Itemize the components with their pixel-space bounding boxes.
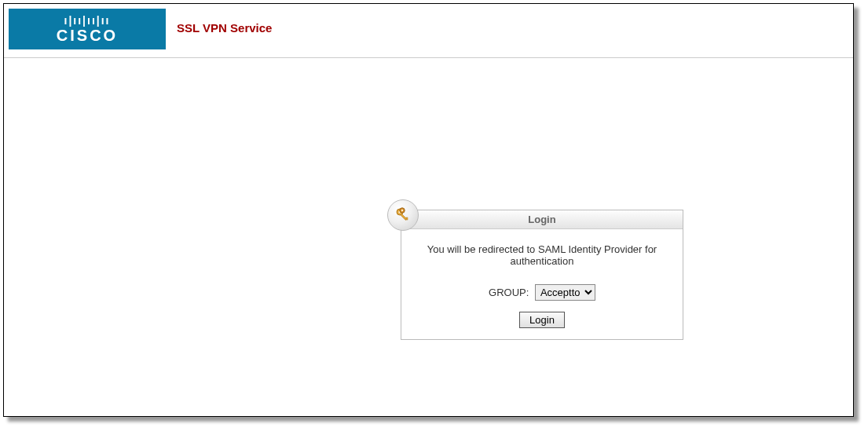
- header: ı|ıı|ıı|ıı CISCO SSL VPN Service: [4, 4, 853, 51]
- redirect-message-line2: authentication: [511, 255, 574, 267]
- login-panel-body: You will be redirected to SAML Identity …: [401, 229, 683, 339]
- login-panel: Login You will be redirected to SAML Ide…: [401, 210, 683, 340]
- cisco-logo-block: ı|ıı|ıı|ıı CISCO: [9, 9, 166, 49]
- login-button[interactable]: Login: [519, 312, 565, 328]
- cisco-logo-bars: ı|ıı|ıı|ıı: [57, 15, 118, 26]
- group-select[interactable]: Acceptto: [535, 284, 595, 301]
- page-container: ı|ıı|ıı|ıı CISCO SSL VPN Service: [3, 3, 854, 417]
- svg-rect-3: [406, 217, 408, 220]
- cisco-logo-text: CISCO: [57, 27, 118, 43]
- service-title: SSL VPN Service: [177, 21, 272, 35]
- cisco-logo: ı|ıı|ıı|ıı CISCO: [57, 15, 118, 43]
- login-panel-title: Login: [528, 214, 555, 225]
- header-divider: [4, 57, 853, 58]
- group-label: GROUP:: [489, 287, 529, 298]
- group-row: GROUP: Acceptto: [411, 284, 673, 301]
- login-panel-header: Login: [401, 210, 683, 229]
- svg-rect-2: [401, 214, 407, 221]
- svg-point-5: [401, 210, 403, 211]
- redirect-message: You will be redirected to SAML Identity …: [411, 243, 673, 267]
- redirect-message-line1: You will be redirected to SAML Identity …: [427, 243, 657, 255]
- keys-icon: [387, 199, 419, 231]
